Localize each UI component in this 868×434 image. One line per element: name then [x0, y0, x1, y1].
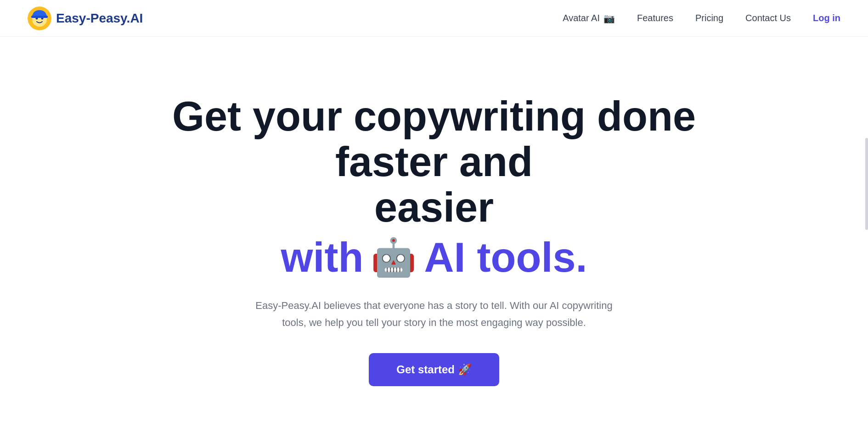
nav-login-label: Log in — [813, 13, 840, 23]
nav-contact-label: Contact Us — [745, 13, 791, 23]
cta-label: Get started 🚀 — [396, 363, 471, 376]
nav-features-label: Features — [637, 13, 673, 23]
nav-link-features[interactable]: Features — [637, 13, 673, 23]
hero-section: Get your copywriting done faster and eas… — [0, 37, 868, 434]
hero-title-line1: Get your copywriting done faster and — [113, 94, 755, 185]
hero-subtitle-prefix: with — [281, 235, 364, 280]
hero-subtitle-suffix: AI tools. — [424, 235, 587, 280]
camera-icon: 📷 — [603, 13, 615, 24]
svg-rect-4 — [31, 16, 48, 18]
logo-icon — [28, 6, 51, 30]
scroll-indicator — [865, 138, 868, 230]
nav-link-contact[interactable]: Contact Us — [745, 13, 791, 23]
nav-link-pricing[interactable]: Pricing — [695, 13, 723, 23]
navbar: Easy-Peasy.AI Avatar AI 📷 Features Prici… — [0, 0, 868, 37]
logo-link[interactable]: Easy-Peasy.AI — [28, 6, 143, 30]
nav-link-login[interactable]: Log in — [813, 13, 840, 23]
nav-link-avatar-ai[interactable]: Avatar AI 📷 — [563, 13, 615, 24]
nav-links: Avatar AI 📷 Features Pricing Contact Us … — [563, 13, 840, 24]
nav-avatar-ai-label: Avatar AI — [563, 13, 600, 23]
hero-subtitle-row: with 🤖 AI tools. — [281, 235, 587, 280]
hero-description: Easy-Peasy.AI believes that everyone has… — [255, 297, 613, 331]
hero-title-line2: easier — [374, 185, 494, 230]
logo-text: Easy-Peasy.AI — [56, 11, 143, 26]
nav-pricing-label: Pricing — [695, 13, 723, 23]
robot-emoji: 🤖 — [371, 239, 417, 276]
get-started-button[interactable]: Get started 🚀 — [369, 353, 499, 386]
